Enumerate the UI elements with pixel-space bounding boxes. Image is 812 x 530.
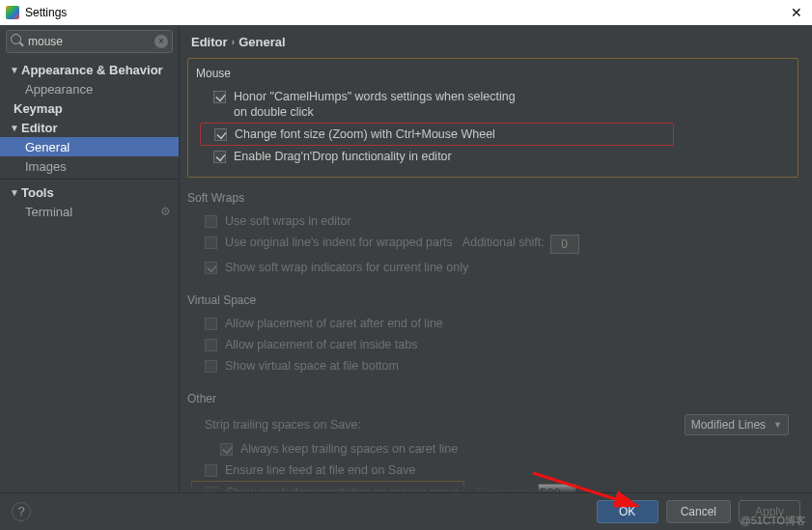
titlebar: Settings ✕ (0, 0, 812, 25)
opt-zoom-ctrl-wheel[interactable]: Change font size (Zoom) with Ctrl+Mouse … (200, 123, 674, 146)
opt-honor-camelhumps[interactable]: Honor "CamelHumps" words settings when s… (196, 86, 790, 123)
opt-caret-after-eol[interactable]: Allow placement of caret after end of li… (187, 313, 798, 334)
strip-trailing-combo[interactable]: Modified Lines▼ (685, 414, 789, 435)
checkbox[interactable] (205, 339, 217, 351)
checkbox[interactable] (213, 91, 226, 103)
settings-tree: ▼Appearance & Behavior Appearance Keymap… (0, 58, 179, 221)
tree-general[interactable]: General (0, 137, 179, 156)
chevron-down-icon: ▼ (773, 420, 782, 430)
checkbox[interactable] (213, 151, 226, 163)
section-virtual-title: Virtual Space (187, 290, 798, 313)
clear-search-icon[interactable]: × (154, 35, 168, 48)
help-button[interactable]: ? (12, 502, 31, 521)
checkbox[interactable] (220, 443, 233, 456)
checkbox (205, 237, 217, 249)
additional-shift-label: Additional shift: (462, 235, 545, 250)
breadcrumb: Editor › General (180, 25, 812, 58)
window-title: Settings (25, 6, 67, 19)
checkbox[interactable] (205, 360, 217, 373)
search-input[interactable] (6, 30, 173, 53)
opt-wrap-indicators: Show soft wrap indicators for current li… (187, 257, 798, 278)
search-box: × (6, 30, 173, 53)
section-softwraps: Soft Wraps Use soft wraps in editor Use … (187, 187, 798, 278)
watermark: @51CTO博客 (741, 514, 806, 528)
tree-terminal[interactable]: Terminal⚙ (0, 202, 179, 221)
section-other-title: Other (187, 388, 798, 411)
checkbox[interactable] (214, 128, 227, 141)
breadcrumb-editor[interactable]: Editor (191, 35, 228, 49)
opt-caret-in-tabs[interactable]: Allow placement of caret inside tabs (187, 334, 798, 355)
checkbox (205, 262, 217, 274)
section-softwraps-title: Soft Wraps (187, 187, 798, 210)
opt-keep-trailing-caret[interactable]: Always keep trailing spaces on caret lin… (187, 438, 798, 460)
content-area: Mouse Honor "CamelHumps" words settings … (180, 58, 812, 492)
opt-orig-indent: Use original line's indent for wrapped p… (187, 232, 798, 257)
checkbox[interactable] (205, 215, 217, 228)
tree-tools[interactable]: ▼Tools (0, 182, 179, 202)
close-icon[interactable]: ✕ (787, 5, 806, 20)
main-panel: Editor › General Mouse Honor "CamelHumps… (180, 25, 812, 492)
tree-appearance-behavior[interactable]: ▼Appearance & Behavior (0, 60, 179, 79)
section-mouse: Mouse Honor "CamelHumps" words settings … (187, 58, 798, 178)
breadcrumb-general: General (238, 35, 285, 49)
section-virtual: Virtual Space Allow placement of caret a… (187, 290, 798, 377)
sidebar: × ▼Appearance & Behavior Appearance Keym… (0, 25, 180, 492)
tree-keymap[interactable]: Keymap (0, 98, 179, 118)
app-icon (6, 6, 19, 19)
opt-drag-n-drop[interactable]: Enable Drag'n'Drop functionality in edit… (196, 146, 790, 167)
checkbox[interactable] (205, 318, 217, 330)
tree-images[interactable]: Images (0, 156, 179, 176)
search-icon (11, 34, 24, 47)
tree-editor[interactable]: ▼Editor (0, 118, 179, 137)
additional-shift-input (550, 235, 579, 254)
section-mouse-title: Mouse (196, 63, 790, 86)
ok-button[interactable]: OK (597, 500, 658, 523)
tree-separator (0, 179, 179, 180)
opt-strip-trailing: Strip trailing spaces on Save: Modified … (187, 411, 798, 438)
opt-use-softwraps[interactable]: Use soft wraps in editor (187, 210, 798, 232)
tree-appearance[interactable]: Appearance (0, 79, 179, 98)
gear-icon: ⚙ (160, 205, 171, 218)
chevron-right-icon: › (232, 36, 236, 47)
opt-virtual-bottom[interactable]: Show virtual space at file bottom (187, 355, 798, 377)
cancel-button[interactable]: Cancel (666, 500, 731, 523)
dialog-footer: ? OK Cancel Apply (0, 492, 812, 530)
